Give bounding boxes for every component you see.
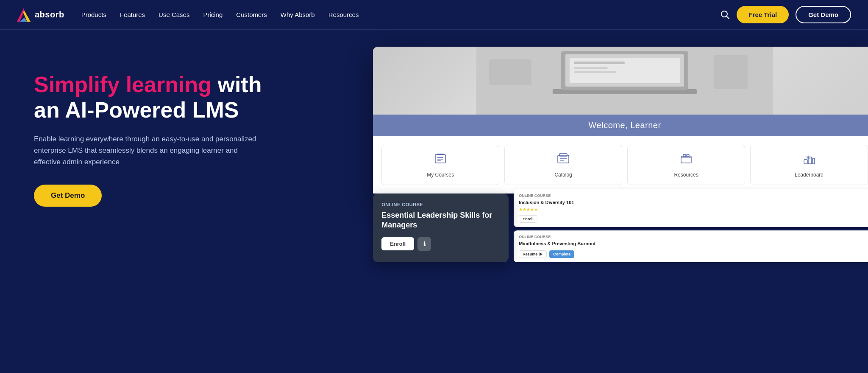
bottom-cards: Online Course Essential Leadership Skill… — [373, 189, 868, 262]
resume-button-2[interactable]: Resume — [519, 250, 547, 258]
nav-resources[interactable]: Resources — [328, 11, 359, 18]
lms-grid-item-catalog[interactable]: Catalog — [504, 145, 622, 185]
search-button[interactable] — [721, 10, 730, 20]
lms-panel: Welcome, Learner My Courses — [373, 47, 868, 194]
hero-heading-highlight: Simplify learning — [34, 72, 211, 97]
mini-card-1-actions: Enroll — [519, 215, 868, 223]
nav-use-cases[interactable]: Use Cases — [159, 11, 189, 18]
navigation: absorb Products Features Use Cases Prici… — [0, 0, 868, 30]
nav-links: Products Features Use Cases Pricing Cust… — [81, 11, 721, 18]
course-title: Essential Leadership Skills for Managers — [381, 210, 500, 230]
svg-rect-21 — [559, 154, 567, 156]
my-courses-label: My Courses — [427, 172, 454, 178]
catalog-icon — [556, 152, 570, 168]
get-demo-hero-button[interactable]: Get Demo — [34, 185, 102, 207]
nav-customers[interactable]: Customers — [236, 11, 267, 18]
svg-rect-15 — [435, 154, 445, 163]
resources-label: Resources — [674, 172, 698, 178]
svg-rect-24 — [681, 156, 691, 163]
welcome-text: Welcome, Learner — [589, 121, 661, 130]
search-icon — [721, 10, 730, 20]
svg-rect-10 — [574, 62, 625, 64]
leaderboard-label: Leaderboard — [795, 172, 823, 178]
mini-card-1-tag: Online Course — [519, 194, 868, 198]
hero-heading-line2: an AI-Powered LMS — [34, 98, 239, 122]
laptop-graphic — [373, 47, 868, 115]
nav-products[interactable]: Products — [81, 11, 106, 18]
free-trial-button[interactable]: Free Trial — [737, 6, 789, 23]
svg-rect-13 — [714, 55, 748, 89]
course-actions: Enroll ℹ — [381, 237, 500, 251]
my-courses-icon — [434, 152, 447, 168]
lms-grid-item-leaderboard[interactable]: Leaderboard — [750, 145, 868, 185]
hero-section: Simplify learning with an AI-Powered LMS… — [0, 30, 868, 373]
hero-right-ui: Welcome, Learner My Courses — [373, 47, 868, 262]
svg-rect-14 — [489, 59, 531, 85]
get-demo-nav-button[interactable]: Get Demo — [796, 6, 851, 23]
lms-grid-item-my-courses[interactable]: My Courses — [381, 145, 499, 185]
laptop-illustration — [373, 47, 868, 115]
hero-subtext: Enable learning everywhere through an ea… — [34, 133, 263, 168]
svg-marker-30 — [540, 252, 542, 256]
svg-rect-11 — [574, 67, 608, 69]
svg-rect-26 — [687, 154, 689, 157]
brand-name: absorb — [35, 10, 64, 20]
svg-rect-25 — [683, 154, 686, 157]
svg-rect-12 — [574, 71, 616, 73]
logo[interactable]: absorb — [17, 8, 64, 22]
resume-icon — [539, 252, 543, 256]
catalog-label: Catalog — [554, 172, 572, 178]
welcome-bar: Welcome, Learner — [373, 115, 868, 136]
mini-card-2-actions: Resume Complete — [519, 250, 868, 258]
info-button[interactable]: ℹ — [417, 237, 431, 251]
course-tag: Online Course — [381, 202, 500, 207]
complete-button-2[interactable]: Complete — [549, 250, 574, 258]
featured-course-card: Online Course Essential Leadership Skill… — [373, 194, 509, 262]
mini-enroll-button-1[interactable]: Enroll — [519, 215, 537, 223]
mini-card-1-title: Inclusion & Diversity 101 — [519, 199, 868, 205]
nav-why-absorb[interactable]: Why Absorb — [281, 11, 315, 18]
hero-heading-part2: with — [211, 72, 262, 97]
nav-right: Free Trial Get Demo — [721, 6, 851, 23]
mini-cards-column: Online Course Inclusion & Diversity 101 … — [514, 189, 868, 262]
enroll-button[interactable]: Enroll — [381, 237, 414, 250]
nav-pricing[interactable]: Pricing — [203, 11, 223, 18]
mini-card-2: Online Course Mindfulness & Preventing B… — [514, 230, 868, 262]
lms-grid: My Courses Catalog — [373, 136, 868, 194]
svg-rect-27 — [804, 160, 807, 164]
svg-line-4 — [727, 16, 729, 19]
mini-card-1-stars: ★★★★★ — [519, 207, 868, 212]
mini-card-1: Online Course Inclusion & Diversity 101 … — [514, 189, 868, 227]
resources-icon — [679, 152, 693, 168]
mini-card-2-title: Mindfulness & Preventing Burnout — [519, 241, 868, 247]
mini-card-2-tag: Online Course — [519, 235, 868, 239]
svg-rect-16 — [437, 154, 444, 155]
leaderboard-icon — [802, 152, 816, 168]
svg-rect-29 — [812, 158, 815, 164]
nav-features[interactable]: Features — [120, 11, 145, 18]
lms-grid-item-resources[interactable]: Resources — [627, 145, 745, 185]
